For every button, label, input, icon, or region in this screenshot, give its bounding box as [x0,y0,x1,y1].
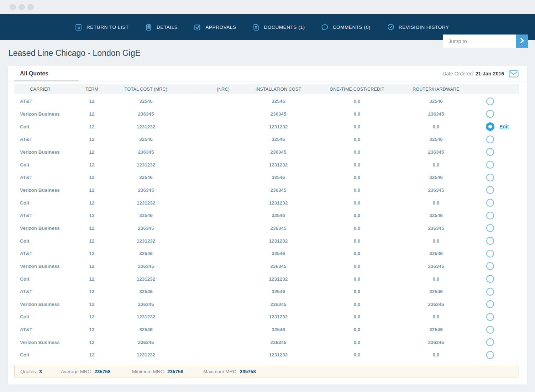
router-hardware-cell: 0,0 [411,352,461,357]
carrier-cell: Verizon Business [14,226,66,231]
total-cost-mrc-cell: 32546 [117,213,193,218]
summary-quotes-label: Quotes: [20,369,37,374]
select-quote-radio[interactable] [486,148,494,156]
approvals-button[interactable]: APPROVALS [194,23,236,31]
carrier-cell: Verizon Business [14,340,66,345]
one-time-cost-credit-cell: 0,0 [303,226,411,231]
select-quote-radio[interactable] [486,186,494,194]
column-header-installation-cost: INSTALLATION COST [253,87,303,92]
jump-to-go-button[interactable] [516,35,528,48]
one-time-cost-credit-cell: 0,0 [303,162,411,168]
page-title: Leased Line Chicago - London GigE [9,48,535,58]
select-quote-radio[interactable] [486,237,494,245]
total-cost-mrc-cell: 236345 [117,187,193,193]
comments-button[interactable]: COMMENTS (0) [321,23,371,31]
total-cost-mrc-cell: 236345 [117,340,193,345]
documents-button[interactable]: DOCUMENTS (1) [252,23,305,31]
nrc-cell [193,146,253,159]
select-quote-radio[interactable] [486,174,494,181]
revision-history-button[interactable]: REVISIOIN HISTORY [387,23,449,31]
quotes-card-header: All Quotes Date Ordered: 21-Jan-2016 [8,66,527,81]
select-quote-radio[interactable] [486,300,494,308]
carrier-cell: Colt [14,200,66,206]
tab-all-quotes[interactable]: All Quotes [20,70,48,77]
table-row: Verizon Business 12 236345 236345 0,0 23… [14,222,519,235]
one-time-cost-credit-cell: 0,0 [303,200,411,206]
total-cost-mrc-cell: 1231232 [117,200,193,206]
table-row: Verizon Business 12 236345 236345 0,0 23… [14,298,519,311]
router-hardware-cell: 32546 [411,137,461,142]
select-quote-radio[interactable] [486,97,494,105]
total-cost-mrc-cell: 32546 [117,175,193,180]
router-hardware-cell: 236345 [411,149,461,155]
term-cell: 12 [66,276,117,282]
router-hardware-cell: 236345 [411,340,461,345]
total-cost-mrc-cell: 236345 [117,302,193,307]
term-cell: 12 [66,99,117,104]
table-row: Verizon Business 12 236345 236345 0,0 23… [14,260,519,273]
term-cell: 12 [66,289,117,294]
one-time-cost-credit-cell: 0,0 [303,289,411,294]
select-quote-radio[interactable] [486,351,494,359]
summary-minimum-value: 235758 [167,369,183,374]
carrier-cell: Colt [14,162,66,168]
select-quote-radio[interactable] [486,224,494,232]
approvals-label: APPROVALS [205,25,236,30]
select-quote-radio[interactable] [486,250,494,258]
select-quote-radio[interactable] [486,262,494,270]
top-toolbar: RETURN TO LIST DETAILS APPROVALS [0,14,535,40]
table-row: Verizon Business 12 236345 236345 0,0 23… [14,108,519,121]
select-quote-radio[interactable] [486,275,494,283]
summary-average-mrc: Average MRC:235758 [61,369,132,374]
router-hardware-cell: 32546 [411,251,461,256]
row-action-cell [461,260,519,273]
nrc-cell [193,234,253,247]
summary-average-label: Average MRC: [61,369,92,374]
row-action-cell [461,184,519,197]
table-row: Colt 12 1231232 1231232 0,0 0,0 [14,158,519,171]
total-cost-mrc-cell: 32546 [117,99,193,104]
one-time-cost-credit-cell: 0,0 [303,111,411,117]
carrier-cell: Colt [14,238,66,244]
one-time-cost-credit-cell: 0,0 [303,314,411,319]
term-cell: 12 [66,213,117,218]
term-cell: 12 [66,187,117,193]
select-quote-radio[interactable] [486,110,494,118]
date-ordered: Date Ordered: 21-Jan-2016 [442,70,519,78]
nrc-cell [193,95,253,108]
nrc-cell [193,311,253,323]
select-quote-radio[interactable] [486,313,494,321]
term-cell: 12 [66,200,117,206]
jump-to-input[interactable] [443,35,516,48]
total-cost-mrc-cell: 32546 [117,289,193,294]
router-hardware-cell: 32546 [411,327,461,332]
select-quote-radio[interactable] [486,338,494,346]
select-quote-radio[interactable] [486,136,494,143]
carrier-cell: AT&T [14,137,66,142]
term-cell: 12 [66,137,117,142]
select-quote-radio[interactable] [486,288,494,296]
quotes-card: All Quotes Date Ordered: 21-Jan-2016 CAR… [8,66,527,385]
summary-quotes-value: 3 [39,369,42,374]
one-time-cost-credit-cell: 0,0 [303,251,411,256]
column-header-carrier: CARRIER [14,87,66,92]
select-quote-radio[interactable] [486,122,494,131]
installation-cost-cell: 236345 [253,264,303,269]
select-quote-radio[interactable] [486,212,494,219]
envelope-icon[interactable] [509,70,519,78]
installation-cost-cell: 236345 [253,111,303,117]
installation-cost-cell: 32546 [253,289,303,294]
details-button[interactable]: DETAILS [145,23,178,31]
documents-label: DOCUMENTS (1) [264,25,305,30]
select-quote-radio[interactable] [486,326,494,334]
carrier-cell: Verizon Business [14,187,66,193]
one-time-cost-credit-cell: 0,0 [303,340,411,345]
one-time-cost-credit-cell: 0,0 [303,302,411,307]
select-quote-radio[interactable] [486,161,494,169]
carrier-cell: AT&T [14,99,66,104]
select-quote-radio[interactable] [486,199,494,207]
router-hardware-cell: 32546 [411,213,461,218]
return-to-list-button[interactable]: RETURN TO LIST [75,23,129,31]
edit-link[interactable]: Edit [499,124,509,129]
carrier-cell: Colt [14,124,66,129]
